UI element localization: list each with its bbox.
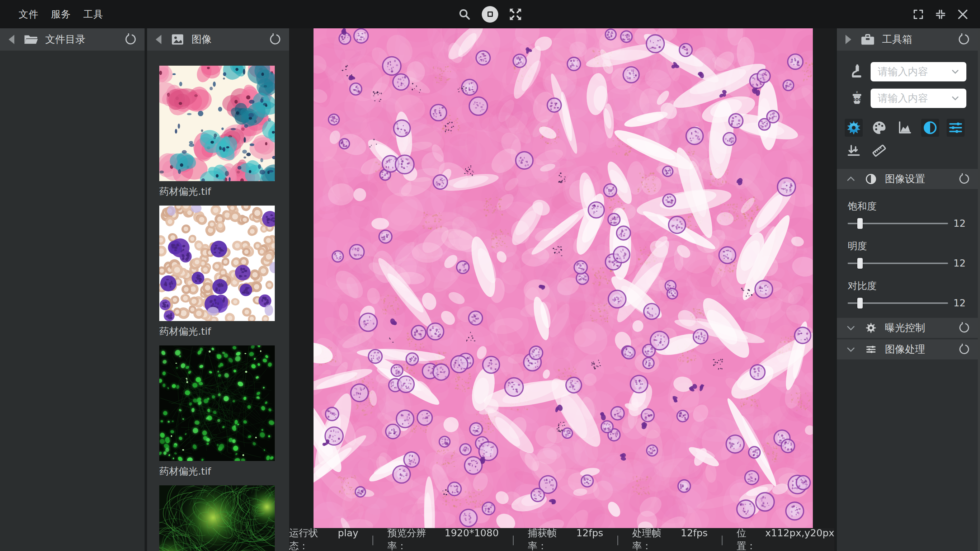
refresh-icon[interactable] [958, 344, 969, 355]
scrollbar-track[interactable] [978, 28, 980, 551]
image-icon [171, 33, 185, 46]
adjustments-tool-button[interactable] [947, 119, 964, 137]
section-title: 图像处理 [885, 342, 925, 356]
svg-text:400: 400 [852, 97, 862, 102]
collapse-right-icon[interactable] [845, 35, 851, 44]
file-directory-panel: 文件目录 [0, 28, 145, 551]
status-separator: | [616, 534, 619, 545]
expand-arrows-icon[interactable] [508, 7, 523, 22]
refresh-icon[interactable] [124, 33, 136, 46]
menu-file[interactable]: 文件 [19, 8, 39, 21]
select-placeholder: 请输入内容 [878, 65, 950, 78]
slider-thumb[interactable] [858, 258, 863, 269]
saturation-value: 12 [953, 218, 967, 229]
toolbox-panel: 工具箱 请输入内容 x 400 [837, 28, 978, 551]
objective-select[interactable]: 请输入内容 [870, 89, 966, 108]
main-menu: 文件 服务 工具 [0, 8, 103, 21]
svg-text:x: x [856, 91, 858, 94]
microscope-icon [848, 64, 866, 80]
brightness-value: 12 [953, 258, 967, 269]
chevron-down-icon [950, 66, 961, 77]
exposure-icon [865, 322, 877, 334]
processing-icon [865, 343, 877, 355]
collapse-left-icon[interactable] [9, 35, 14, 44]
brightness-label: 明度 [848, 240, 967, 253]
thumbnail-fluorescence-cells[interactable] [159, 346, 275, 461]
image-settings-body: 饱和度 12 明度 12 对比度 [837, 200, 978, 318]
refresh-icon[interactable] [268, 33, 280, 46]
top-menubar: 文件 服务 工具 [0, 0, 980, 28]
refresh-icon[interactable] [958, 173, 969, 185]
status-separator: | [512, 534, 515, 545]
brightness-slider[interactable] [848, 263, 948, 264]
refresh-icon[interactable] [958, 322, 969, 334]
status-capture-fps-value: 12fps [576, 527, 603, 538]
saturation-label: 饱和度 [848, 200, 967, 213]
chevron-down-icon [845, 322, 856, 333]
toolbox-icon [861, 33, 875, 46]
thumbnail-blood-smear[interactable] [159, 205, 275, 321]
status-capture-fps-label: 捕获帧率： [528, 527, 574, 551]
file-directory-header: 文件目录 [0, 28, 145, 51]
tool-grid [845, 119, 970, 160]
status-position-value: x112px,y20px [765, 527, 834, 538]
thumbnail-filename: 药材偏光.tif [159, 465, 289, 478]
image-settings-section-header[interactable]: 图像设置 [837, 169, 978, 189]
contrast-icon [865, 173, 877, 185]
brightness-tool-button[interactable] [845, 119, 863, 137]
status-run-state-value: play [338, 527, 358, 538]
contrast-value: 12 [953, 298, 967, 309]
chevron-down-icon [950, 93, 961, 104]
status-process-fps-label: 处理帧率： [632, 527, 678, 551]
refresh-icon[interactable] [957, 33, 969, 46]
panel-title: 工具箱 [882, 33, 912, 46]
chevron-up-icon [845, 174, 856, 185]
status-separator: | [371, 534, 374, 545]
viewport-area: 运行状态：play | 预览分辨率：1920*1080 | 捕获帧率：12fps… [289, 28, 834, 551]
thumbnail-filename: 药材偏光.tif [159, 325, 289, 338]
search-icon[interactable] [457, 7, 472, 22]
status-run-state-label: 运行状态： [289, 527, 336, 551]
status-separator: | [721, 534, 724, 545]
panel-title: 文件目录 [45, 33, 85, 46]
chevron-down-icon [845, 344, 856, 355]
stop-record-button[interactable] [482, 6, 498, 22]
close-icon[interactable] [956, 7, 970, 22]
thumbnail-pap-smear[interactable] [159, 66, 275, 181]
thumbnail-list: 药材偏光.tif 药材偏光.tif 药材偏光.tif [147, 51, 289, 551]
status-resolution-value: 1920*1080 [444, 527, 499, 538]
status-position-label: 位置： [737, 527, 763, 551]
ruler-tool-button[interactable] [870, 142, 888, 160]
status-resolution-label: 预览分辨率： [387, 527, 443, 551]
exit-fullscreen-icon[interactable] [933, 7, 948, 22]
image-processing-section-header[interactable]: 图像处理 [837, 339, 978, 360]
section-title: 曝光控制 [885, 321, 925, 335]
select-placeholder: 请输入内容 [878, 91, 950, 105]
saturation-slider[interactable] [848, 223, 948, 224]
contrast-label: 对比度 [848, 279, 967, 292]
microscope-select[interactable]: 请输入内容 [870, 62, 966, 81]
objective-lens-icon: x 400 [848, 91, 866, 106]
capture-tool-button[interactable] [845, 142, 863, 160]
contrast-tool-button[interactable] [921, 119, 939, 137]
fullscreen-icon[interactable] [911, 7, 926, 22]
contrast-slider[interactable] [848, 303, 948, 304]
folder-open-icon [24, 33, 38, 46]
status-process-fps-value: 12fps [681, 527, 708, 538]
section-title: 图像设置 [885, 172, 925, 186]
objective-select-row: x 400 请输入内容 [848, 89, 978, 108]
slider-thumb[interactable] [858, 298, 863, 309]
histogram-tool-button[interactable] [896, 119, 914, 137]
menu-services[interactable]: 服务 [51, 8, 71, 21]
images-header: 图像 [147, 28, 289, 51]
palette-tool-button[interactable] [870, 119, 888, 137]
thumbnail-fluorescence-fibers[interactable] [159, 485, 275, 551]
exposure-control-section-header[interactable]: 曝光控制 [837, 318, 978, 338]
menu-tools[interactable]: 工具 [83, 8, 103, 21]
microscope-select-row: 请输入内容 [848, 62, 978, 81]
collapse-left-icon[interactable] [156, 35, 161, 44]
slider-thumb[interactable] [858, 218, 863, 229]
status-bar: 运行状态：play | 预览分辨率：1920*1080 | 捕获帧率：12fps… [289, 528, 834, 551]
toolbox-header: 工具箱 [837, 28, 978, 51]
live-preview-image[interactable] [313, 28, 813, 528]
